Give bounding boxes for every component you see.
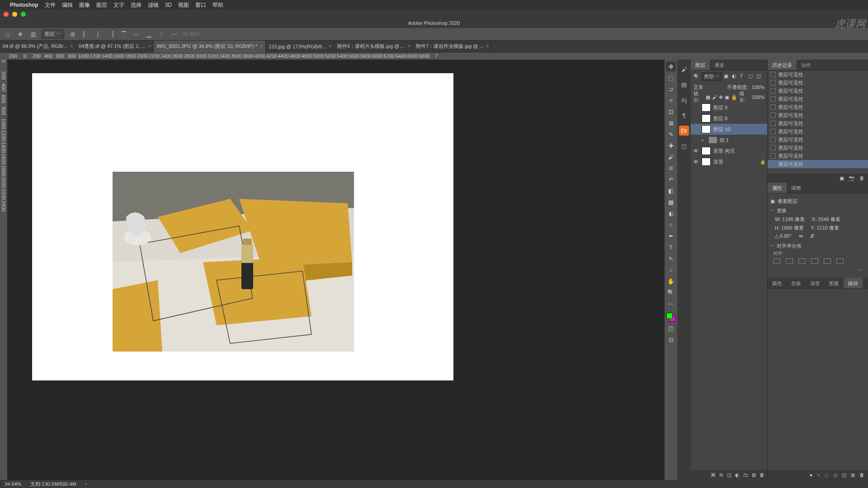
- app-name[interactable]: Photoshop: [10, 2, 38, 8]
- delete-layer-icon[interactable]: 🗑: [760, 472, 764, 478]
- align-left-button[interactable]: [773, 258, 780, 264]
- healing-brush-tool[interactable]: ✚: [666, 141, 676, 150]
- layer-thumbnail[interactable]: [702, 114, 711, 122]
- history-item[interactable]: 图层可见性: [768, 152, 868, 160]
- type-tool[interactable]: T: [666, 242, 676, 252]
- angle-value[interactable]: 0.00°: [780, 233, 792, 239]
- layer-name[interactable]: 背景: [713, 159, 723, 165]
- menu-edit[interactable]: 编辑: [62, 1, 73, 9]
- zoom-tool[interactable]: 🔍: [666, 287, 676, 297]
- lock-artboard-icon[interactable]: ▣: [725, 94, 729, 100]
- close-tab-icon[interactable]: ×: [329, 44, 331, 49]
- frame-tool[interactable]: ⊠: [666, 118, 676, 128]
- menu-window[interactable]: 窗口: [195, 1, 206, 9]
- transform-section[interactable]: ﹀ 变换: [770, 207, 865, 214]
- height-value[interactable]: 1566 像素: [781, 225, 804, 230]
- visibility-toggle[interactable]: 👁: [693, 159, 699, 164]
- snapshot-icon[interactable]: 📷: [849, 175, 855, 181]
- blend-mode-dropdown[interactable]: 正常: [693, 84, 703, 91]
- stroke-path-icon[interactable]: ○: [817, 472, 820, 478]
- menu-view[interactable]: 视图: [178, 1, 189, 9]
- tab-patterns[interactable]: 图案: [825, 278, 844, 288]
- link-layers-icon[interactable]: ⌘: [711, 472, 716, 478]
- document-tab[interactable]: 04.tif @ 66.9% (产品, RGB/...×: [0, 41, 76, 52]
- visibility-toggle[interactable]: 👁: [693, 148, 699, 154]
- tab-paths[interactable]: 路径: [844, 278, 863, 288]
- search-icon[interactable]: 🔍: [693, 74, 700, 80]
- close-window-button[interactable]: [4, 12, 9, 17]
- tab-gradients[interactable]: 渐变: [806, 278, 825, 288]
- flip-v-icon[interactable]: ⇵: [810, 233, 814, 239]
- align-top-icon[interactable]: ▔: [119, 30, 127, 38]
- lock-transparency-icon[interactable]: ▩: [706, 94, 710, 100]
- layer-row[interactable]: 👁背景🔒: [691, 156, 767, 167]
- layer-name[interactable]: 图层 10: [713, 126, 730, 133]
- move-tool[interactable]: ✥: [666, 61, 676, 71]
- history-list[interactable]: 图层可见性图层可见性图层可见性图层可见性图层可见性图层可见性图层可见性图层可见性…: [768, 70, 868, 174]
- history-item[interactable]: 图层可见性: [768, 95, 868, 103]
- layer-thumbnail[interactable]: [702, 158, 711, 166]
- document-tab[interactable]: 123.jpg @ 173%(RGB/8...×: [266, 41, 335, 52]
- layer-row[interactable]: 👁背景 拷贝: [691, 145, 767, 156]
- dodge-tool[interactable]: ○: [666, 220, 676, 230]
- shape-tool[interactable]: ○: [666, 265, 676, 275]
- magic-wand-tool[interactable]: ✧: [666, 95, 676, 105]
- align-middle-v-icon[interactable]: ─: [132, 30, 140, 38]
- history-item[interactable]: 图层可见性: [768, 103, 868, 111]
- dock-paragraph-icon[interactable]: ¶: [679, 110, 689, 120]
- align-middle-v-button[interactable]: [824, 258, 831, 264]
- screen-mode-icon[interactable]: ⊡: [666, 334, 676, 344]
- close-tab-icon[interactable]: ×: [260, 44, 263, 49]
- opacity-value[interactable]: 100%: [752, 84, 764, 90]
- hand-tool[interactable]: ✋: [666, 276, 676, 286]
- quick-mask-icon[interactable]: ◫: [666, 323, 676, 333]
- history-item[interactable]: 图层可见性: [768, 136, 868, 144]
- filter-type-icon[interactable]: T: [740, 73, 746, 80]
- history-item[interactable]: 图层可见性: [768, 70, 868, 79]
- edit-toolbar-icon[interactable]: ⋯: [666, 299, 676, 309]
- dock-libraries-icon[interactable]: Dr: [679, 126, 689, 136]
- clone-stamp-tool[interactable]: ⧈: [666, 163, 676, 173]
- layer-thumbnail[interactable]: [702, 147, 711, 155]
- lock-all-icon[interactable]: 🔒: [731, 94, 737, 100]
- document-tab[interactable]: 附件7：课后作业模版.jpg @ ...×: [413, 41, 492, 52]
- layer-row[interactable]: 图层 8: [691, 113, 767, 124]
- align-section[interactable]: ﹀ 对齐并分布: [770, 243, 865, 249]
- layer-name[interactable]: 图层 9: [713, 104, 727, 111]
- more-options-icon[interactable]: ⋯: [170, 30, 178, 38]
- filter-adjustment-icon[interactable]: ◐: [732, 73, 738, 80]
- lock-position-icon[interactable]: ✥: [719, 94, 723, 100]
- close-tab-icon[interactable]: ×: [486, 44, 489, 49]
- menu-layer[interactable]: 图层: [96, 1, 107, 9]
- document-info[interactable]: 文档:130.5M/600.4M: [30, 481, 76, 488]
- make-workpath-icon[interactable]: ◇: [834, 472, 837, 478]
- history-item[interactable]: 图层可见性: [768, 144, 868, 152]
- menu-help[interactable]: 帮助: [212, 1, 223, 9]
- document-tab[interactable]: IMG_8001.JPG @ 34.8% (图层 10, RGB/8*) *×: [154, 41, 266, 52]
- dock-brush-settings-icon[interactable]: ▤: [679, 80, 689, 89]
- brush-tool[interactable]: 🖌: [666, 152, 676, 162]
- lasso-tool[interactable]: ⊃: [666, 84, 676, 94]
- layer-name[interactable]: 图层 8: [713, 115, 727, 122]
- autoselect-dropdown[interactable]: 图层 ﹀: [42, 29, 64, 39]
- lock-pixels-icon[interactable]: 🖌: [712, 94, 717, 100]
- layer-thumbnail[interactable]: [702, 103, 711, 112]
- add-mask-icon[interactable]: ◫: [727, 472, 731, 478]
- history-item[interactable]: 图层可见性: [768, 79, 868, 87]
- align-center-h-icon[interactable]: │: [94, 30, 102, 38]
- width-value[interactable]: 1186 像素: [782, 216, 805, 222]
- align-top-button[interactable]: [811, 258, 818, 264]
- ruler-horizontal[interactable]: 2000200400600800100012001400160018002000…: [0, 52, 868, 60]
- path-to-selection-icon[interactable]: ◌: [825, 472, 829, 478]
- y-value[interactable]: 1210 像素: [816, 225, 839, 230]
- filter-smartobject-icon[interactable]: ◫: [756, 73, 763, 80]
- paths-list[interactable]: [768, 289, 868, 470]
- dock-brushes-icon[interactable]: 🖌: [679, 64, 689, 74]
- filter-pixel-icon[interactable]: ▣: [724, 73, 730, 80]
- blur-tool[interactable]: ◐: [666, 208, 676, 218]
- filter-shape-icon[interactable]: ▢: [748, 73, 755, 80]
- history-item[interactable]: 图层可见性: [768, 127, 868, 136]
- menu-type[interactable]: 文字: [113, 1, 124, 9]
- align-center-h-button[interactable]: [786, 258, 793, 264]
- tab-history[interactable]: 历史记录: [768, 60, 797, 70]
